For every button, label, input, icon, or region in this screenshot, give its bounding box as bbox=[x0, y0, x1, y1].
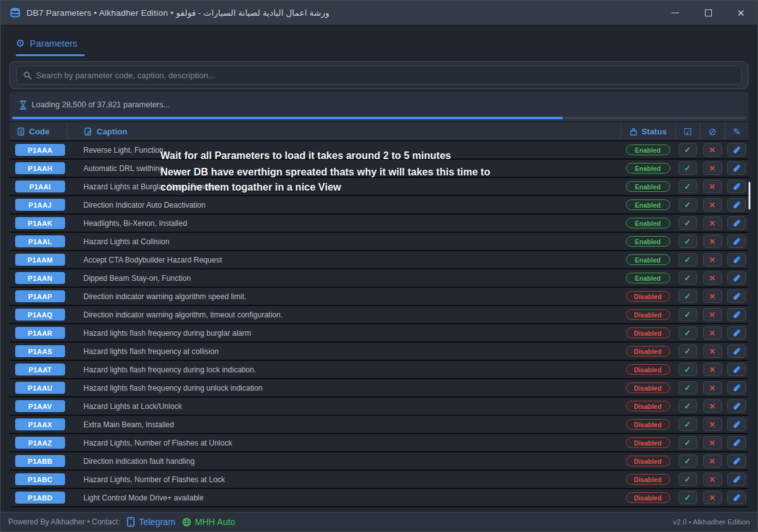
edit-button[interactable] bbox=[727, 198, 746, 211]
enable-button[interactable]: ✓ bbox=[678, 399, 697, 413]
enable-button[interactable]: ✓ bbox=[678, 235, 697, 248]
edit-button[interactable] bbox=[727, 454, 746, 468]
code-badge[interactable]: P1AAZ bbox=[15, 437, 65, 449]
code-badge[interactable]: P1ABD bbox=[15, 492, 65, 504]
code-badge[interactable]: P1AAV bbox=[15, 400, 65, 412]
mhh-auto-link[interactable]: MHH Auto bbox=[182, 517, 236, 527]
edit-button[interactable] bbox=[727, 491, 746, 504]
maximize-button[interactable] bbox=[692, 1, 725, 25]
disable-button[interactable]: ✕ bbox=[703, 143, 722, 157]
enable-button[interactable]: ✓ bbox=[678, 162, 697, 175]
enable-button[interactable]: ✓ bbox=[678, 143, 697, 157]
header-edit[interactable]: ✎ bbox=[725, 122, 749, 140]
enable-button[interactable]: ✓ bbox=[678, 381, 697, 394]
disable-button[interactable]: ✕ bbox=[703, 454, 722, 468]
header-caption[interactable]: Caption bbox=[67, 122, 620, 140]
caption-cell: Direction Indicator Auto Deactivation bbox=[67, 201, 620, 210]
code-badge[interactable]: P1AAP bbox=[15, 290, 65, 302]
disable-button[interactable]: ✕ bbox=[703, 363, 722, 376]
header-block-all[interactable]: ⊘ bbox=[700, 122, 725, 140]
disable-button[interactable]: ✕ bbox=[703, 326, 722, 340]
edit-button[interactable] bbox=[727, 308, 746, 321]
header-code[interactable]: Code bbox=[9, 122, 67, 140]
edit-button[interactable] bbox=[727, 436, 746, 449]
edit-button[interactable] bbox=[727, 271, 746, 285]
code-badge[interactable]: P1AAA bbox=[15, 144, 65, 156]
disable-button[interactable]: ✕ bbox=[703, 198, 722, 211]
telegram-link[interactable]: Telegram bbox=[126, 517, 176, 527]
disable-button[interactable]: ✕ bbox=[703, 162, 722, 175]
code-badge[interactable]: P1AAS bbox=[15, 345, 65, 357]
disable-button[interactable]: ✕ bbox=[703, 381, 722, 394]
enable-button[interactable]: ✓ bbox=[678, 308, 697, 321]
code-badge[interactable]: P1AAN bbox=[15, 272, 65, 284]
enable-button[interactable]: ✓ bbox=[678, 418, 697, 431]
disable-button[interactable]: ✕ bbox=[703, 216, 722, 230]
code-badge[interactable]: P1ABC bbox=[15, 473, 65, 485]
status-badge: Enabled bbox=[626, 181, 670, 192]
disable-button[interactable]: ✕ bbox=[703, 290, 722, 303]
edit-button[interactable] bbox=[727, 473, 746, 486]
enable-button[interactable]: ✓ bbox=[678, 454, 697, 468]
minimize-button[interactable] bbox=[659, 1, 692, 25]
disable-button[interactable]: ✕ bbox=[703, 235, 722, 248]
enable-button[interactable]: ✓ bbox=[678, 363, 697, 376]
edit-button[interactable] bbox=[727, 381, 746, 394]
code-badge[interactable]: P1AAM bbox=[15, 254, 65, 266]
disable-button[interactable]: ✕ bbox=[703, 491, 722, 504]
edit-button[interactable] bbox=[727, 216, 746, 230]
scrollbar-thumb[interactable] bbox=[749, 182, 750, 210]
close-button[interactable]: ✕ bbox=[725, 1, 757, 25]
tab-parameters[interactable]: ⚙ Parameters bbox=[16, 38, 81, 56]
enable-button[interactable]: ✓ bbox=[678, 473, 697, 486]
enable-button[interactable]: ✓ bbox=[678, 198, 697, 211]
enable-button[interactable]: ✓ bbox=[678, 326, 697, 340]
edit-button[interactable] bbox=[727, 363, 746, 376]
enable-button[interactable]: ✓ bbox=[678, 345, 697, 358]
edit-button[interactable] bbox=[727, 345, 746, 358]
code-badge[interactable]: P1AAI bbox=[15, 180, 65, 192]
enable-button[interactable]: ✓ bbox=[678, 216, 697, 230]
disable-button[interactable]: ✕ bbox=[703, 308, 722, 321]
edit-button[interactable] bbox=[727, 418, 746, 431]
disable-button[interactable]: ✕ bbox=[703, 253, 722, 266]
enable-button[interactable]: ✓ bbox=[678, 436, 697, 449]
disable-button[interactable]: ✕ bbox=[703, 180, 722, 193]
search-box[interactable] bbox=[16, 66, 742, 85]
code-badge[interactable]: P1ABB bbox=[15, 455, 65, 467]
code-badge[interactable]: P1AAT bbox=[15, 364, 65, 375]
edit-button[interactable] bbox=[727, 253, 746, 266]
edit-button[interactable] bbox=[727, 399, 746, 413]
edit-button[interactable] bbox=[727, 180, 746, 193]
check-icon: ✓ bbox=[684, 292, 691, 300]
header-status[interactable]: Status bbox=[620, 122, 675, 140]
enable-button[interactable]: ✓ bbox=[678, 180, 697, 193]
caption-cell: Hazard Lights at Lock/Unlock bbox=[67, 402, 620, 411]
enable-button[interactable]: ✓ bbox=[678, 290, 697, 303]
code-badge[interactable]: P1AAR bbox=[15, 327, 65, 339]
code-badge[interactable]: P1AAQ bbox=[15, 309, 65, 321]
edit-button[interactable] bbox=[727, 143, 746, 157]
edit-button[interactable] bbox=[727, 290, 746, 303]
search-input[interactable] bbox=[36, 71, 735, 80]
edit-button[interactable] bbox=[727, 326, 746, 340]
code-badge[interactable]: P1AAL bbox=[15, 235, 65, 247]
disable-button[interactable]: ✕ bbox=[703, 418, 722, 431]
edit-button[interactable] bbox=[727, 162, 746, 175]
code-badge[interactable]: P1AAK bbox=[15, 217, 65, 229]
enable-button[interactable]: ✓ bbox=[678, 491, 697, 504]
code-badge[interactable]: P1AAX bbox=[15, 418, 65, 430]
edit-button[interactable] bbox=[727, 235, 746, 248]
disable-button[interactable]: ✕ bbox=[703, 345, 722, 358]
disable-button[interactable]: ✕ bbox=[703, 473, 722, 486]
code-badge[interactable]: P1AAH bbox=[15, 162, 65, 174]
code-badge[interactable]: P1AAU bbox=[15, 382, 65, 394]
enable-button[interactable]: ✓ bbox=[678, 253, 697, 266]
enable-button[interactable]: ✓ bbox=[678, 271, 697, 285]
disable-button[interactable]: ✕ bbox=[703, 436, 722, 449]
code-badge[interactable]: P1AAJ bbox=[15, 199, 65, 211]
status-badge: Disabled bbox=[626, 328, 670, 338]
header-select-all[interactable]: ☑ bbox=[675, 122, 700, 140]
disable-button[interactable]: ✕ bbox=[703, 399, 722, 413]
disable-button[interactable]: ✕ bbox=[703, 271, 722, 285]
